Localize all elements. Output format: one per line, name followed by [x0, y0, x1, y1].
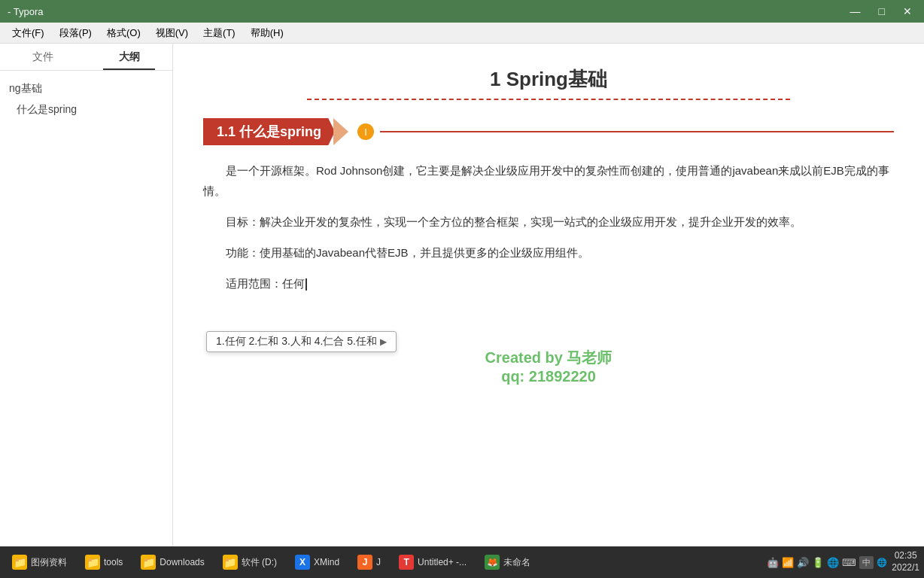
taskbar-item-unnamed-label: 未命名 [503, 556, 530, 569]
title-bar-left: - Typora [8, 6, 43, 17]
section-heading: 1.1 什么是spring I [203, 118, 894, 145]
heading-tail [333, 118, 348, 145]
menu-bar: 文件(F) 段落(P) 格式(O) 视图(V) 主题(T) 帮助(H) [0, 23, 924, 44]
sidebar-item-2[interactable]: 什么是spring [9, 99, 163, 120]
sidebar-content: ng基础 什么是spring [0, 71, 172, 128]
clock-date: 2022/1 [892, 562, 919, 574]
app-title: - Typora [8, 6, 43, 17]
autocomplete-dropdown[interactable]: 1.任何 2.仁和 3.人和 4.仁合 5.任和 ▶ [206, 331, 397, 352]
heading-line [380, 131, 894, 132]
taskbar-item-j-label: J [376, 557, 381, 567]
taskbar-item-downloads-label: Downloads [160, 557, 204, 567]
taskbar-item-unnamed[interactable]: 🦊 未命名 [477, 552, 538, 573]
tab-outline[interactable]: 大纲 [87, 44, 173, 70]
close-button[interactable]: ✕ [898, 4, 916, 19]
tab-file[interactable]: 文件 [0, 44, 87, 70]
minimize-button[interactable]: — [846, 4, 865, 19]
text-cursor [305, 278, 307, 291]
taskbar-item-xmind-label: XMind [314, 557, 339, 567]
tools-icon: 📁 [85, 555, 100, 570]
unnamed-icon: 🦊 [485, 555, 500, 570]
sidebar-item-1[interactable]: ng基础 [9, 78, 163, 99]
taskbar-clock: 02:35 2022/1 [892, 550, 919, 573]
taskbar-item-folder1-label: 图例资料 [31, 556, 67, 569]
paragraph-2: 目标：解决企业开发的复杂性，实现一个全方位的整合框架，实现一站式的企业级应用开发… [203, 211, 894, 232]
menu-help[interactable]: 帮助(H) [245, 24, 290, 42]
heading-box: 1.1 什么是spring [203, 118, 335, 145]
ime-indicator[interactable]: 中 [859, 556, 874, 569]
clock-time: 02:35 [892, 550, 919, 562]
taskbar-item-folder1[interactable]: 📁 图例资料 [5, 552, 74, 573]
paragraph-3: 功能：使用基础的Javabean代替EJB，并且提供更多的企业级应用组件。 [203, 242, 894, 263]
folder1-icon: 📁 [12, 555, 27, 570]
maximize-button[interactable]: □ [874, 4, 889, 19]
taskbar-item-software-label: 软件 (D:) [242, 556, 277, 569]
tray-icon-input[interactable]: 🌐 [877, 558, 887, 567]
system-tray: 🤖 📶 🔊 🔋 🌐 ⌨ 中 🌐 [767, 556, 887, 569]
taskbar-item-typora-label: Untitled+ -... [418, 557, 467, 567]
j-icon: J [357, 555, 372, 570]
taskbar-item-j[interactable]: J J [350, 552, 388, 573]
tray-icon-settings[interactable]: ⌨ [842, 557, 856, 568]
menu-theme[interactable]: 主题(T) [197, 24, 242, 42]
sidebar: 文件 大纲 ng基础 什么是spring [0, 44, 173, 551]
editor-area[interactable]: 1 Spring基础 1.1 什么是spring I 是一个开源框架。Rod J… [173, 44, 924, 551]
taskbar-item-tools[interactable]: 📁 tools [78, 552, 130, 573]
title-bar: - Typora — □ ✕ [0, 0, 924, 23]
title-underline [307, 99, 791, 100]
taskbar-item-tools-label: tools [104, 557, 123, 567]
taskbar: 📁 图例资料 📁 tools 📁 Downloads 📁 软件 (D:) X X… [0, 546, 924, 578]
autocomplete-text: 1.任何 2.仁和 3.人和 4.仁合 5.任和 [216, 335, 377, 348]
watermark: Created by 马老师 qq: 21892220 [203, 348, 894, 385]
taskbar-right: 🤖 📶 🔊 🔋 🌐 ⌨ 中 🌐 02:35 2022/1 [767, 550, 919, 573]
downloads-icon: 📁 [141, 555, 156, 570]
menu-paragraph[interactable]: 段落(P) [53, 24, 98, 42]
window-controls[interactable]: — □ ✕ [846, 4, 916, 19]
typora-icon: T [399, 555, 414, 570]
sidebar-tabs: 文件 大纲 [0, 44, 172, 71]
taskbar-item-xmind[interactable]: X XMind [287, 552, 347, 573]
menu-format[interactable]: 格式(O) [101, 24, 147, 42]
dropdown-arrow-icon: ▶ [380, 336, 387, 347]
tray-icon-1[interactable]: 🤖 [767, 557, 779, 568]
tray-icon-battery[interactable]: 🔋 [812, 557, 824, 568]
heading-cursor: I [357, 123, 374, 140]
para4-prefix: 适用范围：任何 [226, 277, 305, 290]
paragraph-1: 是一个开源框架。Rod Johnson创建，它主要是解决企业级应用开发中的复杂性… [203, 160, 894, 201]
tray-icon-sound[interactable]: 🔊 [797, 557, 809, 568]
xmind-icon: X [295, 555, 310, 570]
main-layout: 文件 大纲 ng基础 什么是spring 1 Spring基础 1.1 什么是s… [0, 44, 924, 551]
paragraph-4: 适用范围：任何 [203, 273, 894, 294]
doc-title: 1 Spring基础 [203, 66, 894, 93]
taskbar-item-downloads[interactable]: 📁 Downloads [133, 552, 211, 573]
tray-icon-globe[interactable]: 🌐 [827, 557, 839, 568]
watermark-line2: qq: 21892220 [203, 368, 894, 385]
menu-view[interactable]: 视图(V) [150, 24, 194, 42]
taskbar-item-software[interactable]: 📁 软件 (D:) [215, 552, 284, 573]
software-icon: 📁 [223, 555, 238, 570]
menu-file[interactable]: 文件(F) [6, 24, 50, 42]
taskbar-item-typora[interactable]: T Untitled+ -... [391, 552, 474, 573]
tray-icon-wifi[interactable]: 📶 [782, 557, 794, 568]
